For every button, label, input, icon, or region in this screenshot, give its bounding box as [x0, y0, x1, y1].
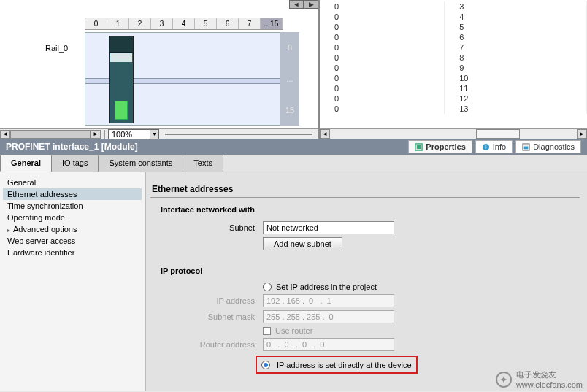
property-tab-row: General IO tags System constants Texts	[0, 155, 587, 172]
tab-io-tags[interactable]: IO tags	[51, 155, 99, 172]
subnet-mask-field	[263, 310, 394, 323]
hardware-rack-pane: ◄ ▶ 0 1 2 3 4 5 6 7 ...15 Rail_0 8 ... 1	[0, 0, 320, 139]
watermark-url: www.elecfans.com	[516, 380, 583, 389]
slot-4[interactable]: 4	[173, 18, 195, 29]
nav-hardware-id[interactable]: Hardware identifier	[3, 247, 142, 258]
nav-operating-mode[interactable]: Operating mode	[3, 212, 142, 223]
table-row[interactable]: 07	[320, 42, 587, 53]
property-detail-pane: Ethernet addresses Interface networked w…	[146, 172, 587, 391]
tab-system-constants[interactable]: System constants	[98, 155, 183, 172]
nav-ethernet-addresses[interactable]: Ethernet addresses	[3, 188, 142, 200]
nav-general[interactable]: General	[3, 177, 142, 188]
router-address-label: Router address:	[161, 340, 263, 349]
rail-label: Rail_0	[45, 44, 68, 53]
table-row[interactable]: 08	[320, 53, 587, 63]
rail-0[interactable]	[85, 32, 282, 126]
table-hscroll-left[interactable]: ◄	[320, 129, 330, 139]
slot-7[interactable]: 7	[239, 18, 261, 29]
svg-rect-1	[417, 145, 421, 149]
tab-diagnostics[interactable]: Diagnostics	[515, 140, 581, 153]
tab-texts[interactable]: Texts	[183, 155, 223, 172]
slot-5[interactable]: 5	[195, 18, 217, 29]
zoom-value: 100%	[112, 130, 132, 139]
interface-title: Interface networked with	[161, 205, 569, 214]
router-address-field	[263, 338, 394, 351]
diagnostics-icon	[522, 143, 530, 151]
slot-2[interactable]: 2	[129, 18, 151, 29]
properties-icon	[415, 143, 423, 151]
watermark-logo-icon: ✦	[496, 372, 512, 388]
table-row[interactable]: 06	[320, 32, 587, 42]
svg-rect-5	[524, 146, 529, 149]
tab-info[interactable]: i Info	[475, 140, 513, 153]
table-row[interactable]: 04	[320, 12, 587, 22]
subnet-mask-label: Subnet mask:	[161, 312, 263, 321]
radio-set-ip-project[interactable]	[263, 283, 272, 291]
side-slot-8: 8	[288, 43, 292, 52]
info-icon: i	[482, 143, 490, 151]
slot-more[interactable]: ...15	[261, 18, 283, 29]
use-router-label: Use router	[275, 326, 312, 335]
add-subnet-button[interactable]: Add new subnet	[263, 237, 342, 250]
ethernet-port-icon	[115, 101, 128, 120]
scroll-left-btn[interactable]: ◄	[289, 0, 304, 9]
inspector-title: PROFINET interface_1 [Module]	[6, 142, 408, 152]
inspector-title-bar: PROFINET interface_1 [Module] Properties…	[0, 139, 587, 155]
nav-web-server[interactable]: Web server access	[3, 235, 142, 247]
slot-0[interactable]: 0	[85, 18, 107, 29]
hscroll-right-btn[interactable]: ►	[91, 130, 101, 139]
module-table: 03 04 05 06 07 08 09 010 011 012 013	[320, 1, 587, 114]
subsection-interface: Interface networked with Subnet: Add new…	[158, 202, 572, 256]
radio-set-ip-project-label: Set IP address in the project	[276, 283, 377, 291]
slot-1[interactable]: 1	[107, 18, 129, 29]
radio-ip-at-device-label: IP address is set directly at the device	[277, 361, 411, 369]
ip-address-field	[263, 294, 394, 307]
subnet-label: Subnet:	[161, 223, 263, 232]
ip-address-label: IP address:	[161, 296, 263, 305]
watermark: ✦ 电子发烧友 www.elecfans.com	[496, 369, 583, 389]
svg-text:i: i	[485, 143, 487, 150]
plc-module[interactable]	[109, 36, 134, 123]
table-row[interactable]: 010	[320, 73, 587, 83]
ip-protocol-title: IP protocol	[161, 266, 569, 275]
subsection-ip-protocol: IP protocol Set IP address in the projec…	[158, 264, 572, 377]
table-row[interactable]: 03	[320, 1, 587, 12]
zoom-slider[interactable]	[165, 131, 312, 138]
table-row[interactable]: 011	[320, 83, 587, 93]
tab-properties[interactable]: Properties	[408, 140, 472, 153]
table-row[interactable]: 013	[320, 104, 587, 114]
scroll-right-btn[interactable]: ▶	[304, 0, 318, 9]
use-router-checkbox	[263, 327, 271, 335]
highlighted-option: IP address is set directly at the device	[256, 356, 418, 374]
subnet-select[interactable]	[263, 221, 394, 234]
slot-ruler: 0 1 2 3 4 5 6 7 ...15	[85, 18, 283, 30]
tab-general[interactable]: General	[0, 155, 52, 172]
property-nav-tree: General Ethernet addresses Time synchron…	[0, 172, 146, 391]
table-row[interactable]: 09	[320, 63, 587, 73]
radio-ip-at-device[interactable]	[261, 361, 270, 369]
zoom-dropdown[interactable]: 100% ▼	[108, 129, 159, 139]
side-slot-15: 15	[285, 106, 294, 115]
hscroll-left-btn[interactable]: ◄	[0, 130, 10, 139]
slot-3[interactable]: 3	[151, 18, 173, 29]
section-ethernet-addresses: Ethernet addresses	[150, 181, 580, 198]
nav-time-sync[interactable]: Time synchronization	[3, 200, 142, 212]
table-row[interactable]: 012	[320, 93, 587, 104]
module-table-pane: 03 04 05 06 07 08 09 010 011 012 013 ◄ ►	[320, 0, 587, 139]
table-hscroll-right[interactable]: ►	[577, 129, 587, 139]
watermark-text-cn: 电子发烧友	[516, 369, 583, 380]
table-hscroll-thumb[interactable]	[476, 129, 520, 139]
nav-advanced-options[interactable]: Advanced options	[3, 223, 142, 235]
slot-6[interactable]: 6	[217, 18, 239, 29]
table-row[interactable]: 05	[320, 22, 587, 32]
hscroll-track[interactable]	[10, 130, 91, 139]
chevron-down-icon: ▼	[150, 130, 158, 139]
